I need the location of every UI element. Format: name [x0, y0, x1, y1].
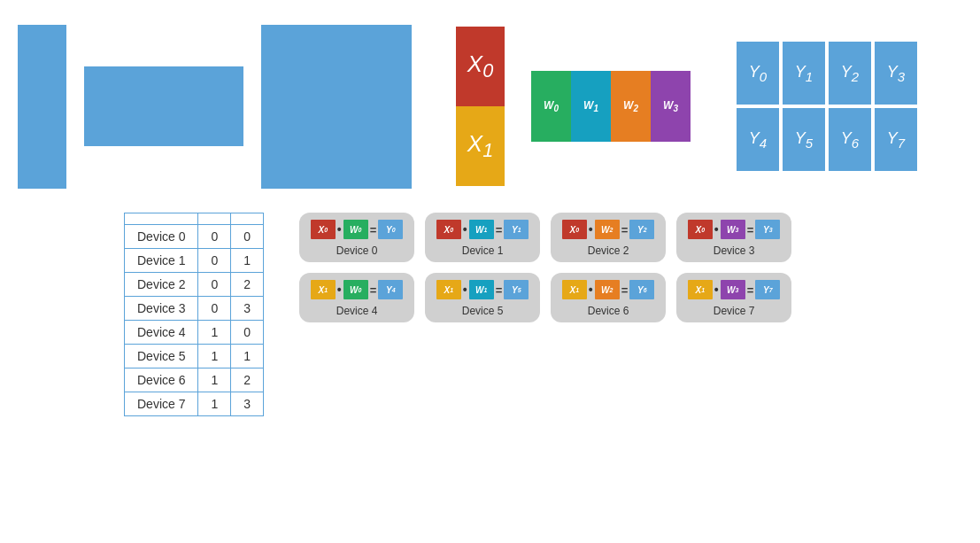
- device-card-formula: X0•W3=Y3: [688, 220, 781, 239]
- device-label: Device 3: [125, 297, 198, 321]
- device-row-2: X1•W0=Y4Device 4X1•W1=Y5Device 5X1•W2=Y6…: [299, 273, 791, 322]
- device-card: X1•W2=Y6Device 6: [551, 273, 666, 322]
- device-table: Device 0 0 0Device 1 0 1Device 2 0 2Devi…: [124, 213, 264, 416]
- device-cards-container: X0•W0=Y0Device 0X0•W1=Y1Device 1X0•W2=Y2…: [299, 213, 791, 322]
- device-table-body: Device 0 0 0Device 1 0 1Device 2 0 2Devi…: [125, 225, 264, 416]
- device-card: X0•W3=Y3Device 3: [676, 213, 791, 262]
- bottom-row: Device 0 0 0Device 1 0 1Device 2 0 2Devi…: [9, 195, 971, 416]
- device-col3: 1: [231, 249, 264, 273]
- mini-y-block: Y4: [378, 280, 403, 299]
- device-col2: 0: [198, 297, 231, 321]
- eq-operator: =: [370, 283, 377, 297]
- device-card: X1•W1=Y5Device 5: [425, 273, 540, 322]
- table-row: Device 3 0 3: [125, 297, 264, 321]
- device-card-label: Device 5: [462, 305, 504, 317]
- main-container: X0 X1 W0 W1 W2 W3 Y0 Y1 Y2: [0, 0, 980, 543]
- device-col2: 1: [198, 368, 231, 392]
- device-label: Device 5: [125, 345, 198, 368]
- mini-w-block: W0: [343, 220, 368, 239]
- table-row: Device 1 0 1: [125, 249, 264, 273]
- device-card-formula: X1•W2=Y6: [562, 280, 655, 299]
- w-parts: W0 W1 W2 W3: [531, 66, 691, 146]
- dot-operator: •: [589, 222, 593, 237]
- table-row: Device 4 1 0: [125, 321, 264, 345]
- dot-operator: •: [337, 283, 342, 297]
- dot-operator: •: [589, 283, 593, 297]
- mini-y-block: Y5: [504, 280, 529, 299]
- device-card: X0•W1=Y1Device 1: [425, 213, 540, 262]
- mini-x-block: X0: [311, 220, 336, 239]
- device-card-formula: X0•W2=Y2: [562, 220, 655, 239]
- mini-w-block: W2: [595, 280, 620, 299]
- dot-operator: •: [463, 283, 467, 297]
- device-label: Device 1: [125, 249, 198, 273]
- eq-operator: =: [496, 283, 503, 297]
- eq-operator: =: [370, 223, 377, 237]
- mini-x-block: X0: [562, 220, 587, 239]
- w1-block: W1: [571, 71, 611, 142]
- device-card-label: Device 1: [462, 244, 504, 257]
- device-col3: 3: [231, 392, 264, 416]
- device-label: Device 2: [125, 273, 198, 297]
- mini-y-block: Y0: [378, 220, 403, 239]
- y3-cell: Y3: [873, 40, 919, 106]
- w2-block: W2: [611, 71, 651, 142]
- mini-w-block: W1: [469, 220, 494, 239]
- mini-x-block: X1: [311, 280, 336, 299]
- y2-cell: Y2: [827, 40, 873, 106]
- device-row-1: X0•W0=Y0Device 0X0•W1=Y1Device 1X0•W2=Y2…: [299, 213, 791, 262]
- table-header-device: [125, 213, 198, 225]
- x0-label: X0: [467, 50, 493, 82]
- mini-y-block: Y1: [504, 220, 529, 239]
- device-card-formula: X0•W0=Y0: [311, 220, 404, 239]
- y7-cell: Y7: [873, 106, 919, 173]
- device-card-formula: X1•W3=Y7: [688, 280, 781, 299]
- dot-operator: •: [337, 222, 342, 237]
- mini-w-block: W0: [343, 280, 368, 299]
- table-row: Device 0 0 0: [125, 225, 264, 249]
- device-col2: 1: [198, 392, 231, 416]
- device-card: X0•W2=Y2Device 2: [551, 213, 666, 262]
- table-header-4: [231, 213, 264, 225]
- w0-block: W0: [531, 71, 571, 142]
- eq-operator: =: [621, 283, 629, 297]
- device-card-label: Device 3: [714, 244, 755, 257]
- table-row: Device 6 1 2: [125, 368, 264, 392]
- dot-operator: •: [714, 283, 719, 297]
- device-card: X1•W0=Y4Device 4: [299, 273, 414, 322]
- device-label: Device 6: [125, 368, 198, 392]
- device-card-label: Device 2: [588, 244, 629, 257]
- split-x-blocks: X0 X1: [456, 27, 505, 186]
- device-label: Device 4: [125, 321, 198, 345]
- w-block: [84, 66, 243, 146]
- mini-x-block: X1: [436, 280, 461, 299]
- mini-w-block: W3: [721, 280, 745, 299]
- device-col3: 1: [231, 345, 264, 368]
- table-row: Device 5 1 1: [125, 345, 264, 368]
- mini-w-block: W3: [721, 220, 745, 239]
- table-row: Device 7 1 3: [125, 392, 264, 416]
- x1-block: X1: [456, 106, 505, 186]
- device-col2: 1: [198, 321, 231, 345]
- device-card-formula: X1•W0=Y4: [311, 280, 404, 299]
- mini-w-block: W1: [469, 280, 494, 299]
- w2-label: W2: [623, 99, 638, 113]
- device-col3: 2: [231, 273, 264, 297]
- device-col3: 2: [231, 368, 264, 392]
- device-label: Device 7: [125, 392, 198, 416]
- device-card-label: Device 0: [336, 244, 378, 257]
- mini-x-block: X1: [562, 280, 587, 299]
- mini-y-block: Y3: [755, 220, 780, 239]
- w1-label: W1: [583, 99, 598, 113]
- device-card: X1•W3=Y7Device 7: [676, 273, 791, 322]
- y6-cell: Y6: [827, 106, 873, 173]
- device-col2: 0: [198, 249, 231, 273]
- x0-block: X0: [456, 27, 505, 106]
- device-card-formula: X0•W1=Y1: [436, 220, 529, 239]
- y-grid: Y0 Y1 Y2 Y3 Y4 Y5 Y6 Y7: [735, 40, 919, 173]
- device-col3: 0: [231, 321, 264, 345]
- device-label: Device 0: [125, 225, 198, 249]
- y5-cell: Y5: [781, 106, 827, 173]
- mini-y-block: Y2: [629, 220, 654, 239]
- top-row: X0 X1 W0 W1 W2 W3 Y0 Y1 Y2: [9, 9, 971, 195]
